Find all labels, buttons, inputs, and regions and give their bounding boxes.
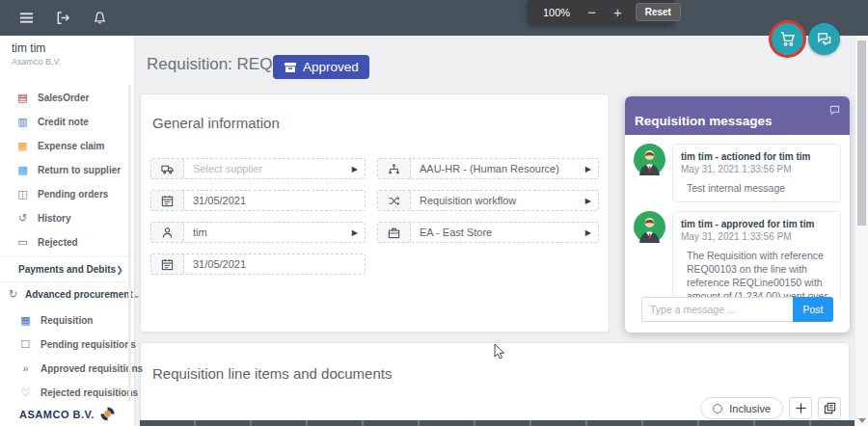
cart-button[interactable] [772, 23, 803, 55]
sidebar-item-credit-note[interactable]: ▥ Credit note [0, 110, 134, 134]
message-author: tim tim - approved for tim tim [681, 219, 832, 229]
salesorder-icon: ▤ [16, 93, 29, 103]
store-select[interactable]: EA - East Store ▶ [377, 222, 599, 243]
message-timestamp: May 31, 2021 1:33:56 PM [681, 231, 832, 242]
sidebar-item-pending-requisitions[interactable]: ☐ Pending requisitions [0, 333, 134, 357]
message-card: tim tim - approved for tim tim May 31, 2… [672, 211, 841, 299]
line-items-controls: Inclusive [700, 397, 841, 419]
calendar-icon [151, 191, 184, 210]
credit-note-icon: ▥ [16, 117, 29, 127]
sidebar: tim tim Asamco B.V. ▤ SalesOrder ▥ Credi… [0, 36, 135, 426]
chat-bubbles-icon [816, 31, 832, 47]
line-items-grid-header [140, 420, 854, 426]
add-line-button[interactable] [789, 397, 812, 419]
sidebar-item-requisition[interactable]: ▦ Requisition [0, 308, 134, 333]
message-item: tim tim - approved for tim tim May 31, 2… [634, 211, 841, 299]
approved-requisitions-icon: » [19, 363, 32, 374]
sidebar-item-return-to-supplier[interactable]: ▩ Return to supplier [0, 158, 134, 182]
comment-icon [829, 102, 840, 120]
pending-orders-icon: ◫ [16, 189, 29, 200]
calendar-icon [151, 254, 184, 274]
chevron-right-icon: ❯ [116, 265, 123, 275]
store-icon [378, 223, 411, 242]
menu-icon[interactable] [19, 11, 35, 26]
radio-icon [713, 404, 722, 413]
truck-icon [151, 159, 184, 178]
zoom-in-icon[interactable]: + [613, 5, 622, 19]
scrollbar-thumb[interactable] [857, 40, 866, 226]
chevron-down-icon: ⌄ [133, 290, 141, 300]
message-input[interactable] [641, 297, 793, 322]
message-item: tim tim - actioned for tim tim May 31, 2… [634, 144, 841, 202]
copy-lines-button[interactable] [818, 397, 841, 419]
post-button[interactable]: Post [793, 297, 833, 322]
sidebar-item-pending-orders[interactable]: ◫ Pending orders [0, 182, 134, 206]
user-name: tim tim [12, 41, 122, 55]
zoom-reset-button[interactable]: Reset [636, 3, 681, 21]
sidebar-item-rejected-requisitions[interactable]: ♡ Rejected requisitions [0, 381, 134, 405]
message-body: The Requisition with reference REQ00103 … [681, 249, 832, 299]
line-items-card: Requisition line items and documents Inc… [140, 342, 850, 426]
sidebar-item-salesorder[interactable]: ▤ SalesOrder [0, 86, 134, 110]
zoom-out-icon[interactable]: − [587, 5, 596, 19]
message-compose: Post [641, 297, 833, 322]
zoom-level: 100% [543, 7, 570, 18]
page-scrollbar[interactable] [854, 36, 868, 426]
dropdown-arrow-icon: ▶ [585, 191, 598, 210]
dropdown-arrow-icon: ▶ [352, 159, 365, 178]
sidebar-scrollbar[interactable] [128, 84, 131, 402]
browser-zoom-overlay: 100% − + Reset [528, 0, 674, 24]
person-icon [151, 223, 184, 242]
history-icon: ↺ [16, 213, 29, 224]
user-block: tim tim Asamco B.V. [0, 36, 134, 70]
message-timestamp: May 31, 2021 1:33:56 PM [681, 164, 832, 174]
general-information-title: General information [152, 115, 280, 131]
delivery-date-field[interactable]: 31/05/2021 [150, 253, 366, 275]
request-date-field[interactable]: 31/05/2021 [150, 190, 366, 211]
line-items-title: Requisition line items and documents [152, 365, 392, 382]
general-information-card: General information Select supplier ▶ 31… [140, 93, 610, 333]
dropdown-arrow-icon: ▶ [585, 223, 598, 242]
hierarchy-icon [378, 159, 411, 178]
dropdown-arrow-icon: ▶ [585, 159, 598, 178]
messages-list: tim tim - actioned for tim tim May 31, 2… [625, 135, 850, 299]
copy-icon [824, 402, 836, 414]
logout-icon[interactable] [56, 11, 71, 26]
requisition-page: 100% − + Reset tim tim Asamco B.V. ▤ Sal… [0, 0, 868, 426]
department-select[interactable]: AAU-HR - (Human Resource) ▶ [377, 158, 599, 179]
notifications-bell-icon[interactable] [93, 11, 108, 26]
message-card: tim tim - actioned for tim tim May 31, 2… [672, 144, 841, 202]
sidebar-item-approved-requisitions[interactable]: » Approved requisitions [0, 357, 134, 381]
inclusive-toggle[interactable]: Inclusive [700, 397, 783, 419]
workflow-select[interactable]: Requisition workflow ▶ [377, 190, 599, 211]
return-truck-icon: ▩ [16, 165, 29, 175]
sidebar-section-advanced-procurement[interactable]: ↻ Advanced procurement ⌄ [0, 281, 134, 306]
messages-header: Requisition messages [625, 96, 850, 135]
scrollbar-down-arrow[interactable] [858, 418, 866, 423]
cart-icon [779, 31, 796, 47]
sidebar-item-expense-claim[interactable]: ▦ Expense claim [0, 134, 134, 158]
requester-select[interactable]: tim ▶ [150, 222, 366, 243]
supplier-select[interactable]: Select supplier ▶ [150, 158, 366, 179]
top-bar [0, 0, 868, 36]
sidebar-nav: ▤ SalesOrder ▥ Credit note ▦ Expense cla… [0, 86, 134, 254]
rejected-requisitions-icon: ♡ [19, 387, 32, 398]
sidebar-section-payments-debits[interactable]: Payments and Debits ❯ [0, 256, 134, 281]
chat-button[interactable] [808, 23, 840, 55]
company-logo: ASAMCO B.V. [0, 406, 135, 422]
asamco-logo-icon [99, 406, 116, 422]
sidebar-item-history[interactable]: ↺ History [0, 206, 134, 230]
message-body: Test internal message [681, 181, 832, 195]
dropdown-arrow-icon: ▶ [352, 223, 365, 242]
sidebar-item-rejected[interactable]: ▭ Rejected [0, 230, 134, 254]
message-author: tim tim - actioned for tim tim [681, 151, 832, 162]
rejected-icon: ▭ [16, 237, 29, 248]
expense-claim-icon: ▦ [16, 141, 29, 151]
procurement-icon: ↻ [7, 289, 19, 300]
archive-icon [284, 61, 297, 74]
status-badge: Approved [273, 55, 369, 79]
user-company: Asamco B.V. [12, 57, 122, 67]
messages-title: Requisition messages [635, 114, 773, 128]
requisition-messages-panel: Requisition messages tim tim - actioned … [625, 96, 850, 333]
sidebar-subnav: ▦ Requisition ☐ Pending requisitions » A… [0, 308, 134, 405]
